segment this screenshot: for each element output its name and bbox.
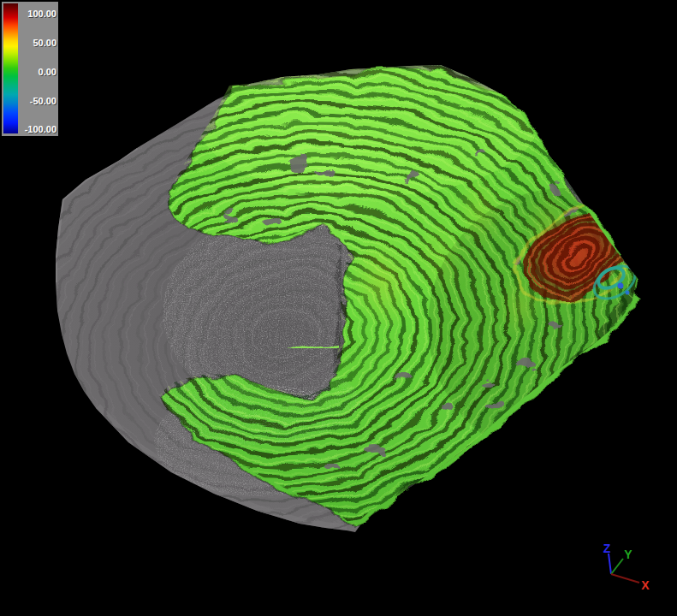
thin-green-streak: [216, 346, 336, 347]
axis-triad: Z Y X: [603, 542, 650, 592]
viewport-3d[interactable]: Z Y X: [0, 0, 677, 616]
legend-tick-label: -100.00: [19, 124, 56, 135]
legend-tick-label: 0.00: [19, 67, 56, 78]
axis-x-label: X: [641, 578, 650, 592]
legend-color-bar: [3, 3, 18, 133]
render-canvas: Z Y X 100.00 50.00 0.00 -50.00 -100.00: [0, 0, 677, 616]
legend-tick-label: 50.00: [19, 38, 56, 49]
axis-z-line: [609, 554, 611, 574]
axis-y-line: [611, 559, 623, 574]
axis-z-label: Z: [603, 542, 611, 555]
legend-tick-label: -50.00: [19, 96, 56, 107]
axis-x-line: [611, 574, 639, 583]
color-scale-legend: 100.00 50.00 0.00 -50.00 -100.00: [2, 2, 58, 136]
legend-tick-label: 100.00: [19, 9, 56, 20]
axis-y-label: Y: [624, 548, 632, 561]
